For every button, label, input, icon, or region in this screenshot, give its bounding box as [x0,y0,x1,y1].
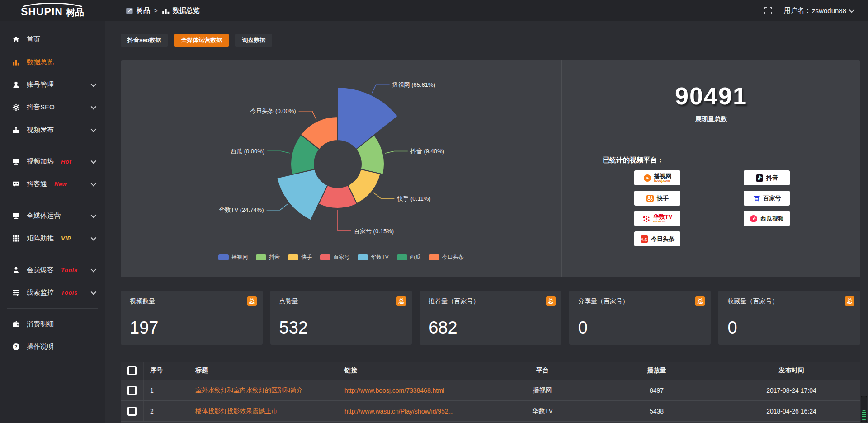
select-all-checkbox[interactable] [127,366,137,375]
chat-icon [12,180,20,188]
pie-label: 播视网 (65.61%) [392,81,435,88]
stat-cards: 视频数量总 197 点赞量总 532 推荐量（百家号）总 682 分享量（百家号… [121,291,860,345]
user-menu[interactable]: 用户名：zswodun88 [784,6,853,15]
cell-plays: 5438 [591,401,722,421]
legend-swatch [358,254,368,260]
screen-icon [12,212,20,220]
platform-badge-baijiahao[interactable]: 百 百家号 [744,191,790,206]
legend-item-百家号[interactable]: 百家号 [320,254,349,261]
vip-badge: VIP [61,235,71,242]
legend-item-抖音[interactable]: 抖音 [256,254,280,261]
platform-badge-douyin[interactable]: 抖音 [744,170,790,185]
legend-item-今日头条[interactable]: 今日头条 [429,254,464,261]
legend-label: 百家号 [333,254,349,261]
row-checkbox[interactable] [127,386,137,395]
sidebar-item-label: 抖客通 [27,180,47,188]
col-header-title: 标题 [189,362,338,380]
baijiahao-logo-icon: 百 [753,194,761,202]
tools-badge: Tools [61,289,78,296]
table-row: 1 室外水纹灯和室内水纹灯的区别和简介 http://www.boosj.com… [121,380,860,400]
cell-plays: 8497 [591,380,722,400]
cell-platform: 华数TV [494,401,591,421]
cell-title-link[interactable]: 楼体投影灯投影效果震撼上市 [189,401,338,421]
col-header-index: 序号 [143,362,189,380]
row-checkbox[interactable] [127,407,137,416]
stat-card-value: 197 [130,318,263,338]
stat-card-value: 0 [578,318,711,338]
tab-omnimedia-data[interactable]: 全媒体运营数据 [174,34,229,47]
sidebar-item-label: 操作说明 [27,343,54,351]
sidebar-item-spend-detail[interactable]: 消费明细 [0,313,105,335]
platform-badge-boosj[interactable]: 播视网 boosj.com [634,170,680,185]
sidebar-item-member-burst[interactable]: 会员爆客 Tools [0,258,105,281]
cell-time: 2017-08-24 17:04 [722,380,860,400]
total-badge[interactable]: 总 [247,296,257,306]
pie-slice-华数TV[interactable] [277,169,327,221]
sidebar-divider [7,146,98,146]
overview-panel: 播视网 (65.61%)抖音 (9.40%)快手 (0.11%)百家号 (0.1… [121,60,860,277]
total-badge[interactable]: 总 [695,296,705,306]
platform-badge-toutiao[interactable]: 头条 今日头条 [634,231,680,246]
hot-badge: Hot [61,158,71,165]
sidebar-item-label: 全媒体运营 [27,212,61,220]
cell-title-link[interactable]: 室外水纹灯和室内水纹灯的区别和简介 [189,380,338,400]
breadcrumb-item-current[interactable]: 数据总览 [162,6,200,15]
platform-name: 快手 [657,195,669,201]
pie-label-line [338,210,351,231]
sidebar-item-video-heat[interactable]: 视频加热 Hot [0,150,105,173]
table-row: 2 楼体投影灯投影效果震撼上市 http://www.wasu.cn/Play/… [121,400,860,421]
platform-name: 百家号 [764,195,781,201]
stat-card-title: 推荐量（百家号） [429,297,479,306]
sidebar-item-video-publish[interactable]: 视频发布 [0,118,105,141]
legend-swatch [218,254,229,260]
sidebar-item-label: 账号管理 [27,80,54,89]
legend-item-西瓜[interactable]: 西瓜 [397,254,421,261]
breadcrumb-item-home[interactable]: 树品 [126,6,150,15]
tab-douyin-seo-data[interactable]: 抖音seo数据 [121,34,168,47]
tab-inquiry-data[interactable]: 询盘数据 [235,34,272,47]
sidebar-item-lead-monitor[interactable]: 线索监控 Tools [0,281,105,304]
total-badge[interactable]: 总 [546,296,556,306]
chevron-down-icon [91,212,97,218]
platform-name: 西瓜视频 [760,216,784,221]
sidebar-item-matrix-boost[interactable]: 矩阵助推 VIP [0,227,105,249]
bar-chart-icon [162,7,170,15]
sidebar-item-account[interactable]: 账号管理 [0,73,105,96]
svg-text:百: 百 [753,195,760,202]
dashboard-page: SHUPIN 树品 树品 > 数据总览 [0,0,868,423]
pie-label: 抖音 (9.40%) [410,148,444,155]
brand-logo[interactable]: SHUPIN 树品 [0,0,105,21]
legend-swatch [320,254,330,260]
chevron-down-icon [849,7,855,13]
cell-url-link[interactable]: http://www.wasu.cn/Play/show/id/952... [338,401,494,421]
floating-widget[interactable] [861,396,867,422]
sidebar-item-data-overview[interactable]: 数据总览 [0,51,105,73]
legend-item-播视网[interactable]: 播视网 [218,254,248,261]
sidebar-item-home[interactable]: 首页 [0,28,105,51]
sidebar-item-instructions[interactable]: ? 操作说明 [0,335,105,358]
pie-label: 华数TV (24.74%) [219,207,264,213]
total-badge[interactable]: 总 [396,296,406,306]
platform-badge-kuaishou[interactable]: 快手 [634,191,680,206]
sidebar-item-douyin-seo[interactable]: 抖音SEO [0,96,105,118]
legend-item-快手[interactable]: 快手 [288,254,312,261]
wasu-logo-icon [642,215,651,223]
sidebar-item-label: 视频发布 [27,126,54,134]
sidebar-item-omnimedia[interactable]: 全媒体运营 [0,204,105,227]
fullscreen-icon[interactable] [764,7,772,14]
col-header-plays: 播放量 [591,362,722,380]
cell-time: 2018-04-26 16:24 [722,401,860,421]
sidebar-item-douketong[interactable]: 抖客通 New [0,173,105,195]
main-content: 抖音seo数据 全媒体运营数据 询盘数据 播视网 (65.61%)抖音 (9.4… [105,21,868,423]
legend-label: 华数TV [371,254,388,261]
sidebar-divider [7,200,98,200]
svg-text:头条: 头条 [641,237,648,241]
cell-url-link[interactable]: http://www.boosj.com/7338468.html [338,380,494,400]
brand-logo-en: SHUPIN [21,6,63,18]
chevron-down-icon [91,158,97,164]
platform-badges-col1: 播视网 boosj.com 快手 华数TV wasu.cn [634,170,680,246]
platform-badge-wasu[interactable]: 华数TV wasu.cn [634,211,680,226]
legend-item-华数TV[interactable]: 华数TV [358,254,388,261]
total-badge[interactable]: 总 [845,296,854,306]
platform-badge-xigua[interactable]: 西瓜视频 [744,211,790,226]
